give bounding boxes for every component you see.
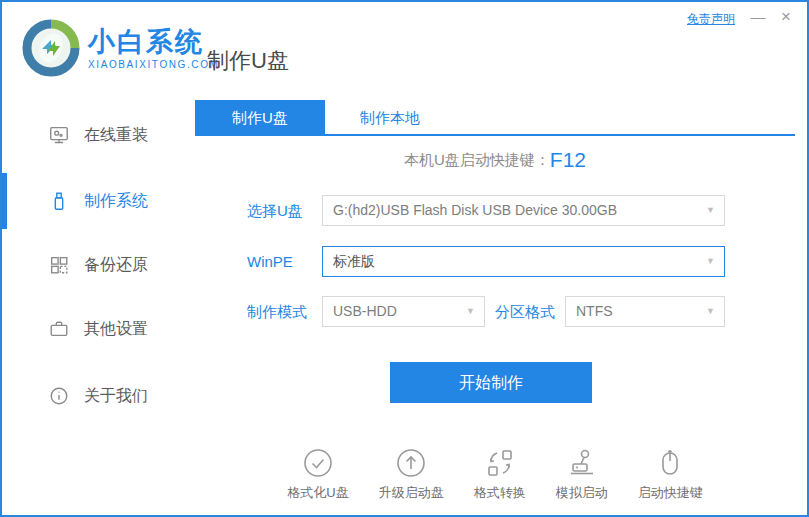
usb-drive-icon — [48, 190, 70, 212]
tool-label: 升级启动盘 — [379, 484, 444, 502]
active-indicator-bar — [2, 173, 7, 229]
usb-select-dropdown[interactable]: G:(hd2)USB Flash Disk USB Device 30.00GB… — [322, 195, 725, 226]
tool-boot-hotkey[interactable]: 启动快捷键 — [638, 447, 703, 502]
app-window: 免责声明 — × 小白系统 XIAOBAIXITONG.COM 制作U盘 — [0, 0, 809, 517]
monitor-icon — [48, 124, 70, 146]
winpe-label: WinPE — [247, 246, 293, 277]
tool-format-usb[interactable]: 格式化U盘 — [287, 447, 348, 502]
mode-dropdown[interactable]: USB-HDD ▼ — [322, 296, 485, 327]
tool-format-convert[interactable]: 格式转换 — [474, 447, 526, 502]
sidebar-item-label: 备份还原 — [84, 255, 148, 276]
partition-value: NTFS — [576, 303, 613, 319]
sidebar-item-about-us[interactable]: 关于我们 — [2, 368, 195, 424]
tool-simulate-boot[interactable]: 模拟启动 — [556, 447, 608, 502]
boot-hotkey-hint: 本机U盘启动快捷键：F12 — [195, 148, 795, 172]
simulate-boot-icon — [566, 447, 598, 479]
tool-upgrade-boot[interactable]: 升级启动盘 — [379, 447, 444, 502]
tool-label: 格式转换 — [474, 484, 526, 502]
sidebar-item-label: 在线重装 — [84, 125, 148, 146]
chevron-down-icon: ▼ — [706, 247, 715, 276]
chevron-down-icon: ▼ — [706, 196, 715, 225]
info-icon — [48, 385, 70, 407]
tool-label: 启动快捷键 — [638, 484, 703, 502]
tools-bar: 格式化U盘 升级启动盘 — [195, 447, 795, 502]
boot-hotkey-icon — [654, 447, 686, 479]
close-button[interactable]: × — [775, 6, 797, 28]
partition-label: 分区格式 — [495, 296, 555, 327]
tab-create-local[interactable]: 制作本地 — [325, 100, 455, 136]
upgrade-boot-icon — [395, 447, 427, 479]
disclaimer-link[interactable]: 免责声明 — [687, 11, 735, 28]
page-title: 制作U盘 — [207, 46, 289, 76]
briefcase-icon — [48, 318, 70, 340]
mode-label: 制作模式 — [247, 296, 307, 327]
tab-bar: 制作U盘 制作本地 — [195, 100, 795, 136]
sidebar-item-label: 关于我们 — [84, 386, 148, 407]
sidebar-item-backup-restore[interactable]: 备份还原 — [2, 237, 195, 293]
usb-select-value: G:(hd2)USB Flash Disk USB Device 30.00GB — [333, 202, 617, 218]
winpe-dropdown[interactable]: 标准版 ▼ — [322, 246, 725, 277]
backup-grid-icon — [48, 254, 70, 276]
start-create-button[interactable]: 开始制作 — [390, 362, 592, 403]
chevron-down-icon: ▼ — [706, 297, 715, 326]
hotkey-label: 本机U盘启动快捷键： — [404, 151, 550, 168]
chevron-down-icon: ▼ — [466, 297, 475, 326]
sidebar-item-label: 其他设置 — [84, 319, 148, 340]
tool-label: 模拟启动 — [556, 484, 608, 502]
winpe-value: 标准版 — [333, 253, 375, 269]
tool-label: 格式化U盘 — [287, 484, 348, 502]
format-usb-icon — [302, 447, 334, 479]
usb-select-label: 选择U盘 — [247, 195, 303, 226]
main-content: 制作U盘 制作本地 本机U盘启动快捷键：F12 选择U盘 G:(hd2)USB … — [195, 100, 795, 136]
partition-dropdown[interactable]: NTFS ▼ — [565, 296, 725, 327]
tab-create-usb[interactable]: 制作U盘 — [195, 100, 325, 136]
format-convert-icon — [484, 447, 516, 479]
sidebar-item-other-settings[interactable]: 其他设置 — [2, 301, 195, 357]
hotkey-value: F12 — [550, 148, 586, 171]
minimize-button[interactable]: — — [747, 6, 769, 28]
sidebar-item-label: 制作系统 — [84, 191, 148, 212]
sidebar-item-online-reinstall[interactable]: 在线重装 — [2, 107, 195, 163]
sidebar-item-create-system[interactable]: 制作系统 — [2, 173, 195, 229]
sidebar: 在线重装 制作系统 备份还原 — [2, 2, 195, 515]
mode-value: USB-HDD — [333, 303, 397, 319]
